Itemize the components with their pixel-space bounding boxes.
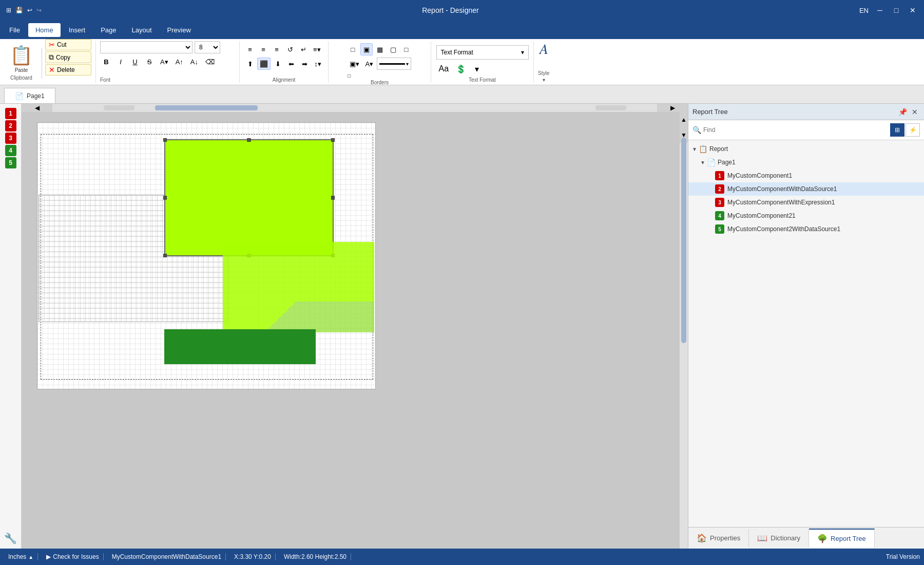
valign-middle-button[interactable]: ⬛ [257,58,271,70]
align-center-button[interactable]: ≡ [257,43,270,55]
component-green-2[interactable] [223,242,374,332]
valign-top-button[interactable]: ⬆ [244,58,256,70]
align-right-button[interactable]: ≡ [271,43,283,55]
window-title: Report - Designer [422,6,479,14]
horizontal-scrollbar[interactable]: ◀ ▶ [22,104,688,112]
undo-icon[interactable]: ↩ [27,7,32,14]
component-badge-4[interactable]: 4 [5,145,16,156]
borders-more-icon[interactable]: ⊡ [347,73,351,79]
border-color-btn[interactable]: A▾ [363,58,376,70]
tree-item-page1[interactable]: ▼ 📄 Page1 [688,156,924,169]
fill-btn[interactable]: ▣▾ [347,58,362,70]
tab-page1[interactable]: 📄 Page1 [4,88,55,103]
paste-button[interactable]: 📋 Paste [4,43,38,74]
italic-button[interactable]: I [114,55,127,68]
clear-format-button[interactable]: ⌫ [203,55,217,68]
status-issues[interactable]: ▶ Check for Issues [42,553,103,560]
tree-toggle-page1[interactable]: ▼ [699,160,707,165]
tree-item-comp2[interactable]: 2 MyCustomComponentWithDataSource1 [688,182,924,196]
quick-save-icon[interactable]: 💾 [15,7,23,14]
font-color-button[interactable]: A▾ [158,55,171,68]
border-inner-btn[interactable]: ▦ [374,43,386,55]
tree-item-comp5[interactable]: 5 MyCustomComponent2WithDataSource1 [688,222,924,236]
textformat-dropdown[interactable]: Text Format ▾ [436,45,529,60]
footer-tab-properties[interactable]: 🏠 Properties [688,529,749,547]
component-badge-5[interactable]: 5 [5,157,16,168]
locale-selector[interactable]: EN [859,7,869,14]
menu-layout[interactable]: Layout [125,23,159,37]
h-scroll-thumb[interactable] [155,105,258,110]
borders-section: □ ▣ ▦ ▢ □ ▣▾ A▾ ▾ ⊡ Borders [329,41,431,83]
toolbox-icon[interactable]: 🔧 [4,532,17,544]
comp1-label: MyCustomComponent1 [727,172,792,179]
v-scroll-up-btn[interactable]: ▲ [680,112,688,127]
bold-button[interactable]: B [100,55,112,68]
font-family-select[interactable] [100,41,192,53]
resize-handle-tr[interactable] [331,138,335,142]
tree-item-comp1[interactable]: 1 MyCustomComponent1 [688,169,924,182]
resize-handle-mr[interactable] [331,196,335,200]
textformat-value: Text Format [441,49,473,56]
cut-button[interactable]: ✂ Cut [45,39,91,50]
status-units[interactable]: Inches ▲ [4,553,38,560]
menu-file[interactable]: File [2,23,27,37]
flash-view-button[interactable]: ⚡ [906,123,920,137]
border-width-dropdown-icon[interactable]: ▾ [406,61,409,67]
border-style-btn[interactable]: □ [347,43,359,55]
font-size-dec-button[interactable]: A↓ [188,55,201,68]
h-scroll-right-btn[interactable]: ▶ [657,104,688,112]
component-green-1[interactable] [164,139,334,256]
tree-toggle-report[interactable]: ▼ [690,146,699,152]
component-dark-green[interactable] [164,329,316,364]
panel-close-icon[interactable]: ✕ [910,107,920,117]
menu-page[interactable]: Page [93,23,123,37]
rotate-button[interactable]: ↺ [284,43,296,55]
border-selected-btn[interactable]: ▣ [360,43,373,55]
border-none-btn[interactable]: ▢ [387,43,399,55]
font-size-select[interactable]: 8 [195,41,220,53]
border-extra-btn[interactable]: □ [400,43,413,55]
tree-view-button[interactable]: ⊞ [890,123,904,137]
footer-tab-reporttree[interactable]: 🌳 Report Tree [809,529,875,548]
component-badge-2[interactable]: 2 [5,120,16,131]
textformat-btn2[interactable]: 💲 [453,63,469,75]
minimize-button[interactable]: ─ [875,6,885,14]
maximize-button[interactable]: □ [891,6,901,14]
menu-preview[interactable]: Preview [160,23,198,37]
indent-inc-button[interactable]: ➡ [298,58,311,70]
v-scroll-thumb[interactable] [681,138,686,343]
word-wrap-button[interactable]: ↵ [297,43,310,55]
menu-insert[interactable]: Insert [62,23,93,37]
component-badge-1[interactable]: 1 [5,108,16,119]
align-extra-button[interactable]: ≡▾ [311,43,323,55]
resize-handle-tc[interactable] [247,138,251,142]
delete-button[interactable]: ✕ Delete [45,64,91,76]
copy-button[interactable]: ⧉ Copy [45,51,91,63]
strikethrough-button[interactable]: S [143,55,156,68]
vertical-scrollbar[interactable]: ▲ ▼ [680,112,688,549]
menu-home[interactable]: Home [28,23,61,37]
tree-item-comp3[interactable]: 3 MyCustomComponentWithExpression1 [688,196,924,209]
tree-item-report[interactable]: ▼ 📋 Report [688,142,924,156]
align-left-button[interactable]: ≡ [244,43,256,55]
font-row-2: B I U S A▾ A↑ A↓ ⌫ [100,55,217,68]
redo-icon[interactable]: ↪ [36,7,42,14]
textformat-btn1[interactable]: Aa [436,63,452,75]
textformat-btn3[interactable]: ▾ [471,63,483,75]
footer-tab-dictionary[interactable]: 📖 Dictionary [749,529,809,547]
line-spacing-button[interactable]: ↕▾ [312,58,324,70]
resize-handle-bl[interactable] [163,254,167,257]
resize-handle-tl[interactable] [163,138,167,142]
h-scroll-left-btn[interactable]: ◀ [22,104,52,112]
component-badge-3[interactable]: 3 [5,133,16,144]
underline-button[interactable]: U [129,55,141,68]
valign-bottom-button[interactable]: ⬇ [272,58,284,70]
indent-dec-button[interactable]: ⬅ [285,58,297,70]
resize-handle-ml[interactable] [163,196,167,200]
search-input[interactable] [703,126,888,134]
panel-pin-icon[interactable]: 📌 [897,107,908,117]
font-size-inc-button[interactable]: A↑ [173,55,186,68]
close-button[interactable]: ✕ [908,6,918,14]
style-expand-icon[interactable]: ▾ [543,77,545,83]
tree-item-comp4[interactable]: 4 MyCustomComponent21 [688,209,924,222]
